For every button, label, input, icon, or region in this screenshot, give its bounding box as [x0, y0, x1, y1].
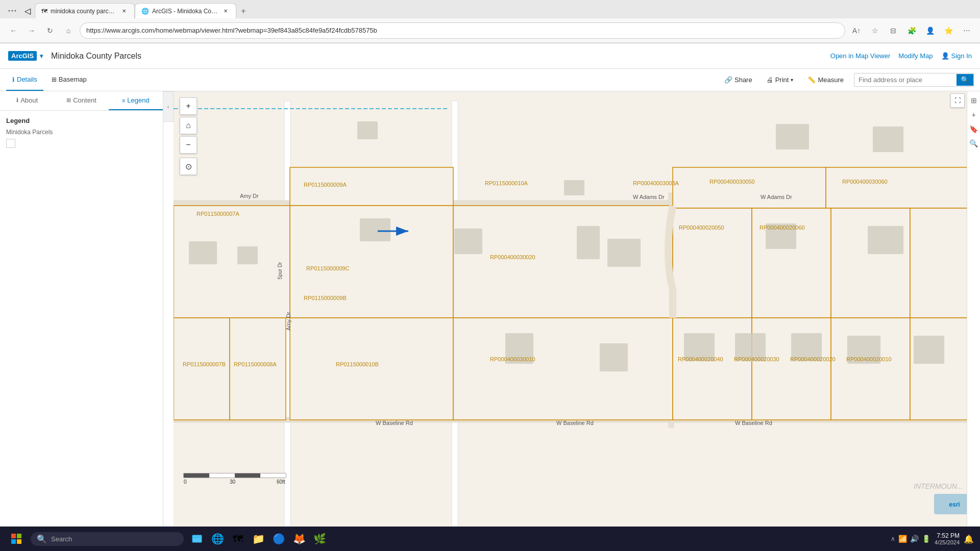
svg-text:RP000400020040: RP000400020040 [678, 356, 723, 362]
measure-btn[interactable]: 📏 Measure [803, 74, 848, 86]
split-view-btn[interactable]: ⊟ [886, 23, 900, 38]
svg-point-1 [12, 10, 13, 12]
browser-profile-btn[interactable]: 👤 [923, 23, 937, 38]
svg-text:RP000400020010: RP000400020010 [846, 356, 892, 362]
svg-text:RP0115000009B: RP0115000009B [304, 295, 347, 301]
battery-icon[interactable]: 🔋 [922, 535, 930, 543]
about-label: About [20, 96, 38, 104]
svg-text:RP0115000009C: RP0115000009C [306, 265, 349, 271]
svg-rect-77 [184, 473, 209, 478]
svg-text:RP000400020050: RP000400020050 [679, 224, 724, 231]
toolbar-right: 🔗 Share 🖨 Print ▾ 📏 Measure 🔍 [720, 73, 974, 87]
sidebar-tab-content[interactable]: ⊞ Content [54, 91, 108, 110]
home-extent-btn[interactable]: ⌂ [180, 117, 197, 134]
tab-details[interactable]: ℹ Details [6, 69, 43, 91]
forward-button[interactable]: → [24, 23, 39, 38]
user-icon: 👤 [941, 52, 949, 60]
tab-close-btn-2[interactable]: ✕ [222, 7, 230, 15]
taskbar-search-box[interactable]: 🔍 Search [31, 532, 184, 546]
right-panel-icon-search[interactable]: 🔍 [969, 138, 979, 148]
svg-text:W Baseline Rd: W Baseline Rd [376, 420, 413, 426]
sign-in-btn[interactable]: 👤 Sign In [941, 52, 972, 60]
browser-nav: ← → ↻ ⌂ https://www.arcgis.com/home/webm… [0, 18, 980, 43]
svg-rect-36 [600, 343, 628, 371]
share-label: Share [734, 76, 752, 84]
sidebar-tab-about[interactable]: ℹ About [0, 91, 54, 110]
svg-rect-32 [237, 246, 258, 264]
modify-map-link[interactable]: Modify Map [898, 52, 933, 60]
favorites-btn[interactable]: ☆ [868, 23, 882, 38]
start-button[interactable] [6, 529, 27, 549]
collections-btn[interactable]: ⭐ [941, 23, 955, 38]
sidebar-content: Legend Minidoka Parcels [0, 111, 163, 549]
svg-rect-91 [17, 539, 21, 544]
browser-extensions-btn[interactable]: 🧩 [904, 23, 919, 38]
address-bar[interactable]: https://www.arcgis.com/home/webmap/viewe… [80, 22, 845, 39]
svg-text:RP000400020030: RP000400020030 [734, 356, 779, 362]
taskbar-app-4[interactable]: 🦊 [290, 530, 308, 548]
content-label: Content [73, 96, 96, 104]
right-panel-icon-bookmark[interactable]: 🔖 [969, 124, 979, 134]
open-map-viewer-link[interactable]: Open in Map Viewer [830, 52, 891, 60]
refresh-button[interactable]: ↻ [43, 23, 57, 38]
volume-icon[interactable]: 🔊 [910, 535, 919, 543]
back-button[interactable]: ← [6, 23, 20, 38]
zoom-in-btn[interactable]: + [180, 97, 197, 115]
new-tab-button[interactable]: + [236, 4, 251, 18]
sidebar-collapse-btn[interactable]: ‹ [163, 91, 174, 122]
notification-icon[interactable]: 🔔 [964, 534, 974, 544]
browser-back-icon[interactable]: ◁ [20, 3, 35, 18]
tab-basemap[interactable]: ⊞ Basemap [45, 69, 93, 91]
tab-minidoka-parcel[interactable]: 🗺 minidoka county parcel map - S... ✕ [35, 3, 135, 18]
right-panel-icon-2[interactable]: + [969, 110, 979, 120]
tab-arcgis[interactable]: 🌐 ArcGIS - Minidoka County Parce... ✕ [135, 3, 236, 18]
map-area[interactable]: RP0115000007A RP0115000009A RP0115000010… [174, 91, 980, 549]
search-box[interactable]: 🔍 [854, 73, 974, 87]
wifi-icon[interactable]: 📶 [898, 535, 907, 543]
svg-rect-92 [192, 535, 202, 542]
svg-rect-11 [230, 318, 286, 420]
home-button[interactable]: ⌂ [61, 23, 76, 38]
location-btn[interactable]: ⊙ [180, 158, 197, 175]
right-panel: ⊞ + 🔖 🔍 [967, 91, 980, 549]
details-label: Details [17, 76, 37, 83]
main-layout: ℹ About ⊞ Content ≡ Legend Legend Minido… [0, 91, 980, 549]
right-panel-icon-1[interactable]: ⊞ [969, 95, 979, 106]
svg-rect-14 [290, 318, 453, 420]
tab-close-btn[interactable]: ✕ [120, 7, 128, 15]
svg-text:RP0115000009A: RP0115000009A [304, 182, 347, 188]
print-btn[interactable]: 🖨 Print ▾ [763, 74, 798, 86]
taskbar-search-icon: 🔍 [37, 534, 47, 544]
taskbar-app-edge[interactable]: 🔵 [270, 530, 288, 548]
tab-title: minidoka county parcel map - S... [51, 8, 117, 15]
browser-settings-btn[interactable]: ⋯ [960, 23, 974, 38]
search-input[interactable] [854, 73, 957, 86]
taskbar-app-files[interactable]: 📁 [249, 530, 267, 548]
fullscreen-icon[interactable]: ⛶ [950, 93, 965, 108]
svg-text:RP000400030060: RP000400030060 [842, 179, 888, 185]
clock[interactable]: 7:52 PM 4/25/2024 [935, 532, 960, 545]
svg-rect-89 [17, 534, 21, 538]
chevron-up-icon[interactable]: ∧ [891, 535, 895, 542]
print-icon: 🖨 [767, 76, 773, 84]
svg-text:RP000400020060: RP000400020060 [760, 224, 805, 231]
system-icons: ∧ 📶 🔊 🔋 [891, 535, 930, 543]
browser-menu-icon[interactable] [4, 3, 20, 18]
taskbar-app-explorer[interactable] [188, 530, 206, 548]
expand-btn[interactable]: ⛶ [950, 93, 965, 108]
taskbar-app-maps[interactable]: 🗺 [229, 530, 247, 548]
read-aloud-btn[interactable]: A↑ [849, 23, 864, 38]
search-submit-btn[interactable]: 🔍 [957, 74, 973, 86]
arcgis-logo[interactable]: ArcGIS ▾ [8, 51, 43, 61]
layer-name-text: Minidoka Parcels [6, 129, 53, 136]
svg-text:esri: esri [949, 501, 960, 508]
svg-rect-31 [189, 241, 217, 264]
sidebar-tab-legend[interactable]: ≡ Legend [109, 91, 163, 110]
taskbar-app-5[interactable]: 🌿 [310, 530, 329, 548]
zoom-out-btn[interactable]: − [180, 136, 197, 154]
legend-icon: ≡ [122, 97, 125, 104]
svg-point-2 [15, 10, 16, 12]
svg-rect-16 [453, 318, 673, 420]
taskbar-app-chrome[interactable]: 🌐 [208, 530, 227, 548]
share-btn[interactable]: 🔗 Share [720, 74, 756, 86]
